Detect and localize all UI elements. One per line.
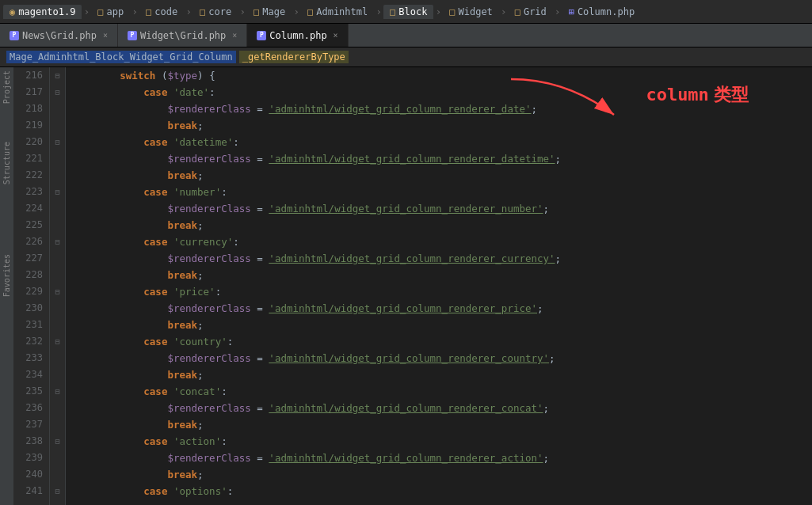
code-line: switch ($type) { <box>72 67 812 84</box>
code-token: = <box>251 150 269 167</box>
top-tab-label: Widget <box>458 6 492 17</box>
gutter-item: ⊟ <box>50 134 65 150</box>
code-token: ; <box>549 350 555 366</box>
code-token <box>167 383 173 400</box>
code-token <box>167 433 173 450</box>
code-token <box>167 483 173 499</box>
top-tab-grid[interactable]: □ Grid <box>509 5 553 19</box>
code-token: 'number' <box>173 184 221 200</box>
favorites-panel-label[interactable]: Favorites <box>2 254 11 297</box>
code-token: ; <box>537 300 543 317</box>
gutter-item <box>50 416 65 433</box>
code-token: 'price' <box>173 283 215 300</box>
code-token <box>167 134 173 150</box>
gutter-item <box>50 117 65 134</box>
php-file-icon: ⊞ <box>569 6 574 17</box>
top-tab-block[interactable]: □ Block <box>383 5 433 19</box>
tab-news-grid[interactable]: P News\Grid.php × <box>0 24 118 47</box>
close-icon[interactable]: × <box>103 31 108 40</box>
top-tab-core[interactable]: □ core <box>193 5 238 19</box>
code-token: 'adminhtml/widget_grid_column_renderer_d… <box>269 150 555 167</box>
separator: › <box>435 6 441 17</box>
tab-widget-grid[interactable]: P Widget\Grid.php × <box>118 24 247 47</box>
php-icon: P <box>10 31 19 40</box>
code-token: 'adminhtml/widget_grid_column_renderer_c… <box>269 400 543 416</box>
code-line: case 'currency': <box>72 234 812 250</box>
code-token: ; <box>197 416 204 433</box>
code-token: $rendererClass <box>167 200 250 217</box>
code-line: break; <box>72 267 812 283</box>
code-token: break <box>167 117 197 134</box>
code-token: ; <box>543 450 550 466</box>
code-token <box>167 84 173 101</box>
gutter-item: ⊟ <box>50 333 65 350</box>
close-icon[interactable]: × <box>232 31 237 40</box>
code-line: case 'date': <box>72 84 812 101</box>
top-tab-code[interactable]: □ code <box>139 5 184 19</box>
left-side-panel: Project Structure Favorites <box>0 67 14 505</box>
code-token: ; <box>555 250 562 267</box>
gutter-item <box>50 317 65 333</box>
top-tab-label: Adminhtml <box>316 6 368 17</box>
gutter-item: ⊟ <box>50 433 65 450</box>
tab-label: News\Grid.php <box>22 30 97 41</box>
folder-icon: □ <box>449 6 455 17</box>
code-token: 'currency' <box>173 234 233 250</box>
separator: › <box>293 6 299 17</box>
code-line: $rendererClass = 'adminhtml/widget_grid_… <box>72 450 812 466</box>
code-token: ; <box>532 101 538 117</box>
top-tab-magento[interactable]: ◉ magento1.9 <box>3 5 82 19</box>
code-token: 'date' <box>173 84 209 101</box>
gutter-item: ⊟ <box>50 383 65 400</box>
gutter-item <box>50 267 65 283</box>
top-tab-columnphp[interactable]: ⊞ Column.php <box>562 5 641 19</box>
code-token: ; <box>197 366 204 383</box>
code-token: 'adminhtml/widget_grid_column_renderer_c… <box>269 250 555 267</box>
project-panel-label[interactable]: Project <box>2 70 11 104</box>
code-line: $rendererClass = 'adminhtml/widget_grid_… <box>72 350 812 366</box>
top-tab-adminhtml[interactable]: □ Adminhtml <box>301 5 374 19</box>
code-token: = <box>251 350 269 366</box>
code-token: = <box>251 400 269 416</box>
code-line: $rendererClass = 'adminhtml/widget_grid_… <box>72 300 812 317</box>
top-tab-widget[interactable]: □ Widget <box>443 5 499 19</box>
tab-column[interactable]: P Column.php × <box>247 24 348 47</box>
gutter-item <box>50 217 65 234</box>
code-token: break <box>167 267 197 283</box>
code-token: ) { <box>197 67 215 84</box>
code-token: ; <box>543 200 550 217</box>
code-token <box>167 283 173 300</box>
code-area: 2162172182192202212222232242252262272282… <box>14 67 812 505</box>
code-line: $rendererClass = 'adminhtml/widget_grid_… <box>72 400 812 416</box>
code-token: $rendererClass <box>167 400 250 416</box>
code-token: $rendererClass <box>167 250 250 267</box>
gutter-item: ⊟ <box>50 483 65 499</box>
gutter-item <box>50 200 65 217</box>
top-tab-mage[interactable]: □ Mage <box>247 5 292 19</box>
code-token: = <box>251 450 269 466</box>
code-token: 'adminhtml/widget_grid_column_renderer_p… <box>269 300 537 317</box>
close-icon[interactable]: × <box>334 31 338 40</box>
code-token: switch <box>120 67 155 84</box>
code-token: case <box>143 483 167 499</box>
line-numbers: 2162172182192202212222232242252262272282… <box>14 67 50 505</box>
top-tab-label: Mage <box>262 6 285 17</box>
code-token: : <box>233 134 239 150</box>
top-tab-app[interactable]: □ app <box>91 5 130 19</box>
code-token: = <box>251 200 269 217</box>
separator: › <box>185 6 192 17</box>
code-token: 'action' <box>173 433 221 450</box>
code-token: : <box>227 333 234 350</box>
top-tab-bar: ◉ magento1.9 › □ app › □ code › □ core ›… <box>0 0 812 24</box>
gutter-item <box>50 150 65 167</box>
breadcrumb-class: Mage_Adminhtml_Block_Widget_Grid_Column <box>6 51 236 63</box>
structure-panel-label[interactable]: Structure <box>2 142 11 184</box>
separator: › <box>555 6 561 17</box>
gutter-item <box>50 167 65 184</box>
php-icon: P <box>257 31 266 40</box>
code-token: : <box>209 84 215 101</box>
code-line: break; <box>72 416 812 433</box>
top-tab-label: code <box>154 6 177 17</box>
code-token <box>167 234 173 250</box>
code-token: 'adminhtml/widget_grid_column_renderer_n… <box>269 200 543 217</box>
